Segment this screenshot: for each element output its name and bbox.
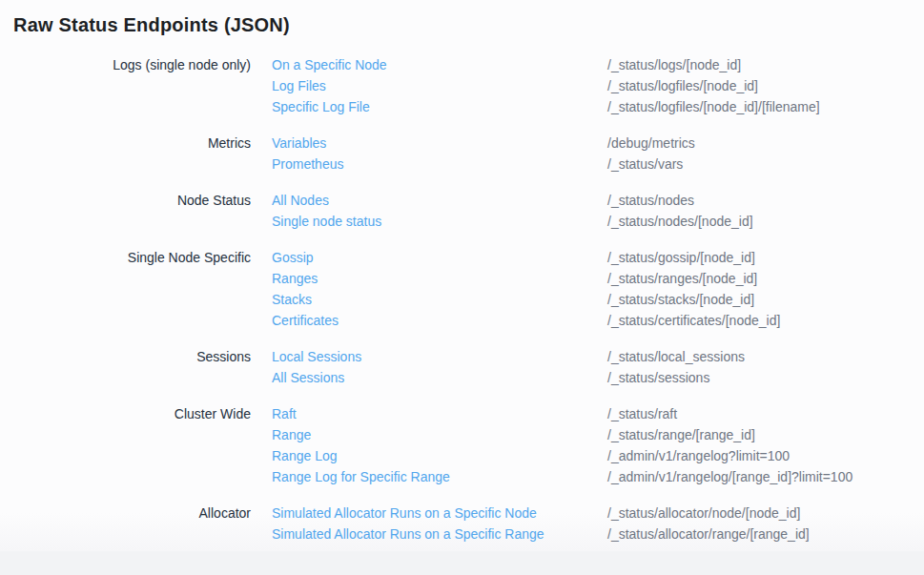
endpoint-path: /_status/allocator/node/[node_id] xyxy=(607,503,911,524)
endpoint-path: /_status/stacks/[node_id] xyxy=(607,289,911,310)
category-label: Cluster Wide xyxy=(13,403,251,424)
endpoint-group-logs: Logs (single node only) On a Specific No… xyxy=(13,54,911,117)
endpoint-path: /_status/nodes xyxy=(607,190,911,211)
endpoint-link[interactable]: Raft xyxy=(272,403,586,424)
endpoint-path: /_admin/v1/rangelog?limit=100 xyxy=(607,445,911,466)
debug-page: Raw Status Endpoints (JSON) Logs (single… xyxy=(0,0,924,575)
endpoint-path: /_status/range/[range_id] xyxy=(607,424,911,445)
endpoint-path: /_status/sessions xyxy=(607,367,911,388)
endpoint-link[interactable]: Gossip xyxy=(272,247,586,268)
endpoint-row: Sessions Local Sessions /_status/local_s… xyxy=(13,346,911,367)
endpoint-link[interactable]: All Sessions xyxy=(272,367,586,388)
endpoint-row: Allocator Simulated Allocator Runs on a … xyxy=(13,503,911,524)
endpoint-row: Range Log for Specific Range /_admin/v1/… xyxy=(13,466,911,487)
endpoint-link[interactable]: On a Specific Node xyxy=(272,54,586,75)
endpoint-row: Log Files /_status/logfiles/[node_id] xyxy=(13,75,911,96)
endpoint-row: Single node status /_status/nodes/[node_… xyxy=(13,211,911,232)
endpoint-path: /_status/certificates/[node_id] xyxy=(607,310,911,331)
endpoint-group-metrics: Metrics Variables /debug/metrics Prometh… xyxy=(13,133,911,175)
endpoint-link[interactable]: Stacks xyxy=(272,289,586,310)
endpoint-group-sessions: Sessions Local Sessions /_status/local_s… xyxy=(13,346,911,388)
category-label: Node Status xyxy=(13,190,251,211)
endpoint-link[interactable]: Certificates xyxy=(272,310,586,331)
endpoint-link[interactable]: Prometheus xyxy=(272,154,586,175)
endpoint-row: Prometheus /_status/vars xyxy=(13,154,911,175)
endpoint-row: Specific Log File /_status/logfiles/[nod… xyxy=(13,96,911,117)
endpoint-group-node-status: Node Status All Nodes /_status/nodes Sin… xyxy=(13,190,911,232)
endpoint-row: Ranges /_status/ranges/[node_id] xyxy=(13,268,911,289)
endpoint-path: /_status/logfiles/[node_id] xyxy=(607,75,911,96)
category-label: Sessions xyxy=(13,346,251,367)
category-label: Single Node Specific xyxy=(13,247,251,268)
endpoint-link[interactable]: Variables xyxy=(272,133,586,154)
raw-status-endpoints-section: Raw Status Endpoints (JSON) Logs (single… xyxy=(0,0,924,551)
endpoint-group-cluster-wide: Cluster Wide Raft /_status/raft Range /_… xyxy=(13,403,911,487)
endpoint-row: Single Node Specific Gossip /_status/gos… xyxy=(13,247,911,268)
endpoint-path: /_status/nodes/[node_id] xyxy=(607,211,911,232)
endpoint-path: /_status/allocator/range/[range_id] xyxy=(607,524,911,544)
endpoint-path: /_status/local_sessions xyxy=(607,346,911,367)
page-title: Raw Status Endpoints (JSON) xyxy=(13,12,911,37)
endpoint-path: /_status/ranges/[node_id] xyxy=(607,268,911,289)
endpoint-row: Range Log /_admin/v1/rangelog?limit=100 xyxy=(13,445,911,466)
endpoint-groups: Logs (single node only) On a Specific No… xyxy=(13,54,911,544)
endpoint-link[interactable]: Log Files xyxy=(272,75,586,96)
category-label: Logs (single node only) xyxy=(13,54,251,75)
endpoint-link[interactable]: Range xyxy=(272,424,586,445)
endpoint-link[interactable]: Single node status xyxy=(272,211,586,232)
endpoint-row: Node Status All Nodes /_status/nodes xyxy=(13,190,911,211)
endpoint-row: Logs (single node only) On a Specific No… xyxy=(13,54,911,75)
endpoint-path: /_status/logfiles/[node_id]/[filename] xyxy=(607,96,911,117)
endpoint-row: Stacks /_status/stacks/[node_id] xyxy=(13,289,911,310)
endpoint-link[interactable]: Local Sessions xyxy=(272,346,586,367)
endpoint-link[interactable]: Simulated Allocator Runs on a Specific N… xyxy=(272,503,586,524)
category-label: Allocator xyxy=(13,503,251,524)
endpoint-row: All Sessions /_status/sessions xyxy=(13,367,911,388)
endpoint-link[interactable]: Range Log for Specific Range xyxy=(272,466,586,487)
endpoint-group-single-node-specific: Single Node Specific Gossip /_status/gos… xyxy=(13,247,911,331)
endpoint-path: /debug/metrics xyxy=(607,133,911,154)
endpoint-path: /_status/vars xyxy=(607,154,911,175)
endpoint-row: Cluster Wide Raft /_status/raft xyxy=(13,403,911,424)
endpoint-path: /_status/gossip/[node_id] xyxy=(607,247,911,268)
endpoint-row: Metrics Variables /debug/metrics xyxy=(13,133,911,154)
endpoint-path: /_status/raft xyxy=(607,403,911,424)
endpoint-link[interactable]: Simulated Allocator Runs on a Specific R… xyxy=(272,524,586,544)
endpoint-path: /_admin/v1/rangelog/[range_id]?limit=100 xyxy=(607,466,911,487)
endpoint-group-allocator: Allocator Simulated Allocator Runs on a … xyxy=(13,503,911,544)
endpoint-path: /_status/logs/[node_id] xyxy=(607,54,911,75)
endpoint-row: Range /_status/range/[range_id] xyxy=(13,424,911,445)
endpoint-link[interactable]: Ranges xyxy=(272,268,586,289)
endpoint-row: Certificates /_status/certificates/[node… xyxy=(13,310,911,331)
category-label: Metrics xyxy=(13,133,251,154)
endpoint-row: Simulated Allocator Runs on a Specific R… xyxy=(13,524,911,544)
endpoint-link[interactable]: All Nodes xyxy=(272,190,586,211)
endpoint-link[interactable]: Range Log xyxy=(272,445,586,466)
endpoint-link[interactable]: Specific Log File xyxy=(272,96,586,117)
